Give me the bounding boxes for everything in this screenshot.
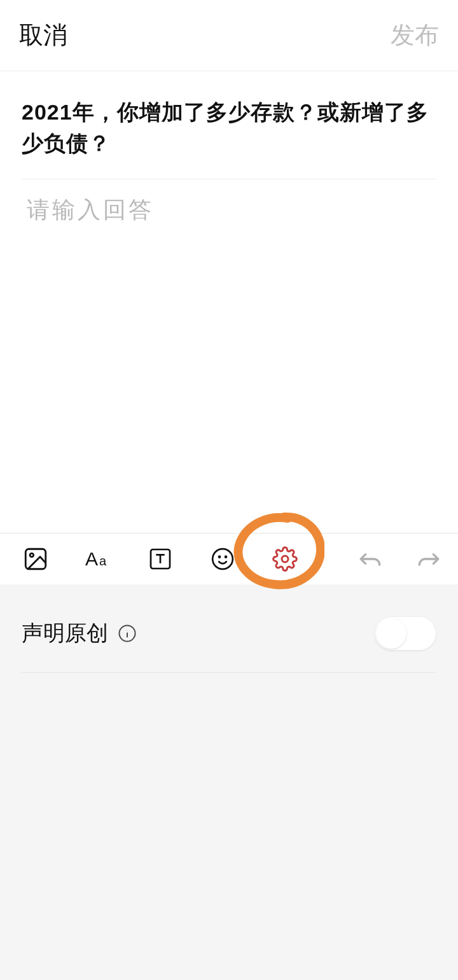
svg-text:A: A (85, 548, 98, 569)
publish-button[interactable]: 发布 (391, 19, 439, 52)
original-toggle[interactable] (374, 616, 436, 651)
undo-icon[interactable] (356, 545, 384, 573)
content-area: 2021年，你增加了多少存款？或新增了多少负债？ 请输入回答 (0, 71, 458, 226)
editor-space[interactable] (0, 226, 458, 533)
image-icon[interactable] (22, 545, 50, 573)
question-title: 2021年，你增加了多少存款？或新增了多少负债？ (22, 97, 436, 179)
svg-point-6 (219, 556, 220, 557)
gear-icon[interactable] (271, 545, 299, 573)
answer-input[interactable]: 请输入回答 (22, 179, 436, 226)
header: 取消 发布 (0, 0, 458, 71)
text-box-icon[interactable] (146, 545, 174, 573)
svg-point-8 (282, 556, 288, 562)
svg-point-1 (30, 553, 34, 557)
redo-icon[interactable] (415, 545, 443, 573)
svg-point-7 (225, 556, 226, 557)
cancel-button[interactable]: 取消 (19, 19, 67, 52)
toggle-knob (376, 618, 406, 649)
answer-placeholder: 请输入回答 (27, 197, 154, 223)
svg-text:a: a (99, 554, 107, 568)
toolbar-left-group: A a (22, 545, 299, 573)
original-declaration-label: 声明原创 (22, 619, 137, 648)
info-icon[interactable] (117, 623, 137, 644)
emoji-icon[interactable] (209, 545, 237, 573)
original-label-text: 声明原创 (22, 619, 108, 648)
original-declaration-row: 声明原创 (22, 605, 436, 673)
toolbar-right-group (356, 545, 443, 573)
text-style-icon[interactable]: A a (84, 545, 112, 573)
editor-toolbar: A a (0, 533, 458, 584)
settings-panel: 声明原创 (0, 584, 458, 980)
svg-point-5 (212, 549, 233, 569)
